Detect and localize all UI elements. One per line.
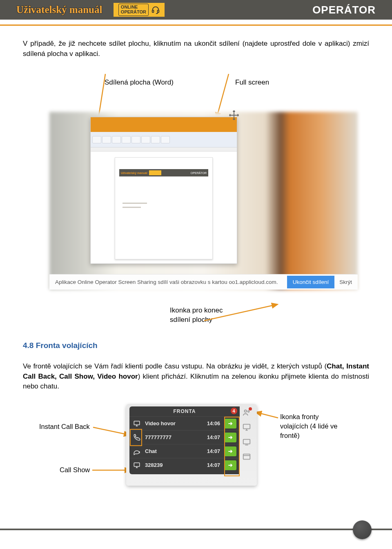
fronta-row-time: 14:07 — [207, 449, 220, 454]
side-toolbar — [242, 408, 254, 461]
headset-icon — [151, 5, 160, 14]
browser-icon[interactable] — [242, 452, 251, 461]
annotation-call-show: Call Show — [60, 466, 90, 474]
accept-button[interactable] — [224, 446, 236, 456]
fronta-head-label: FRONTA — [173, 408, 196, 414]
mini-right: OPERÁTOR — [191, 172, 207, 174]
fronta-row: 777777777 14:07 — [129, 430, 240, 444]
monitor-icon — [133, 420, 141, 428]
annotation-queue-count: Ikonka fronty volajících (4 lidé ve fron… — [280, 412, 345, 440]
svg-rect-13 — [243, 440, 250, 444]
chrome-share-bar: Aplikace Online Operator Screen Sharing … — [49, 274, 358, 290]
ribbon-chip — [102, 136, 111, 143]
page-indicator-circle — [353, 520, 372, 539]
accept-button[interactable] — [224, 419, 236, 428]
monitor-icon — [133, 461, 141, 469]
ribbon-chip — [141, 136, 150, 143]
ribbon-chip — [92, 136, 101, 143]
mini-title: Uživatelský manuál — [121, 172, 147, 174]
annotation-instant-callback: Instant Call Back — [39, 423, 90, 431]
ribbon-chip — [151, 136, 160, 143]
fronta-widget: FRONTA 4 Video hovor 14:06 777777777 14:… — [126, 404, 257, 486]
accept-button[interactable] — [224, 433, 236, 442]
text-line — [122, 207, 141, 208]
stop-sharing-button[interactable]: Ukončit sdílení — [287, 276, 335, 288]
svg-rect-12 — [243, 424, 250, 429]
word-page: Uživatelský manuál OPERÁTOR — [115, 157, 213, 259]
chat-icon — [133, 447, 141, 455]
hide-button[interactable]: Skrýt — [339, 279, 352, 285]
fronta-row-label: Chat — [145, 448, 157, 454]
fronta-row-time: 14:07 — [207, 435, 220, 440]
shared-word-window: Uživatelský manuál OPERÁTOR — [90, 117, 237, 264]
word-ruler — [91, 147, 237, 152]
annotation-shared-word: Sdílená plocha (Word) — [105, 78, 174, 87]
fronta-row: 328239 14:07 — [129, 458, 240, 472]
svg-point-11 — [248, 411, 249, 412]
svg-rect-14 — [243, 454, 250, 460]
mini-badge — [149, 170, 161, 175]
screenshot-screen-sharing: Uživatelský manuál OPERÁTOR Aplikace Onl… — [49, 112, 358, 290]
red-dot-indicator — [249, 407, 252, 411]
annot-line: sdílení plochy — [170, 315, 369, 325]
share-info-text: Aplikace Online Operator Screen Sharing … — [55, 279, 278, 285]
annotation-full-screen: Full screen — [235, 78, 269, 87]
fronta-head: FRONTA 4 — [129, 406, 240, 416]
shared-orange-bar — [91, 117, 237, 132]
screen-icon[interactable] — [242, 437, 251, 446]
svg-point-10 — [245, 410, 247, 413]
section-paragraph: Ve frontě volajících se Vám řadí klienti… — [23, 362, 369, 392]
svg-line-5 — [93, 427, 130, 435]
phone-icon — [133, 433, 141, 442]
fronta-row: Video hovor 14:06 — [129, 416, 240, 430]
header-role: OPERÁTOR — [312, 4, 376, 16]
ribbon-chip — [122, 136, 131, 143]
fronta-panel: FRONTA 4 Video hovor 14:06 777777777 14:… — [129, 406, 240, 474]
footer-bar — [0, 529, 392, 530]
move-handle-icon[interactable] — [227, 108, 241, 122]
ribbon-chip — [112, 136, 121, 143]
svg-rect-8 — [134, 421, 140, 425]
fronta-row-time: 14:07 — [207, 462, 220, 468]
fronta-row-label: Video hovor — [145, 420, 176, 426]
section-heading: 4.8 Fronta volajících — [23, 341, 369, 350]
ribbon-chip — [161, 136, 170, 143]
word-ribbon — [91, 132, 237, 147]
svg-rect-9 — [134, 463, 140, 466]
fronta-row-label: 777777777 — [145, 434, 172, 440]
manual-title: Uživatelský manuál — [16, 4, 102, 16]
mini-header: Uživatelský manuál OPERÁTOR — [119, 169, 208, 176]
annot-line: Ikonka pro konec — [170, 306, 369, 315]
badge-line2: OPERÁTOR — [121, 10, 146, 15]
monitor-icon[interactable] — [242, 423, 251, 432]
fronta-count-badge: 4 — [231, 408, 237, 414]
fronta-row-time: 14:06 — [207, 421, 220, 426]
p2-a: Ve frontě volajících se Vám řadí klienti… — [23, 362, 327, 370]
svg-rect-0 — [152, 10, 154, 12]
people-icon[interactable] — [242, 408, 251, 417]
text-line — [122, 203, 147, 204]
fronta-row: Chat 14:07 — [129, 444, 240, 458]
intro-paragraph: V případě, že již nechcete sdílet plochu… — [23, 39, 369, 59]
online-operator-badge: ONLINE OPERÁTOR — [114, 3, 165, 17]
badge-text: ONLINE OPERÁTOR — [118, 4, 149, 16]
fronta-area: Instant Call Back Call Show Ikonka front… — [23, 404, 369, 494]
svg-line-7 — [256, 412, 278, 418]
fronta-row-label: 328239 — [145, 462, 163, 468]
header-bar: Uživatelský manuál ONLINE OPERÁTOR OPERÁ… — [0, 0, 392, 20]
annotation-stop-icon: Ikonka pro konec sdílení plochy — [170, 306, 369, 325]
ribbon-chip — [131, 136, 140, 143]
accept-button[interactable] — [224, 460, 236, 470]
svg-rect-1 — [158, 10, 159, 12]
